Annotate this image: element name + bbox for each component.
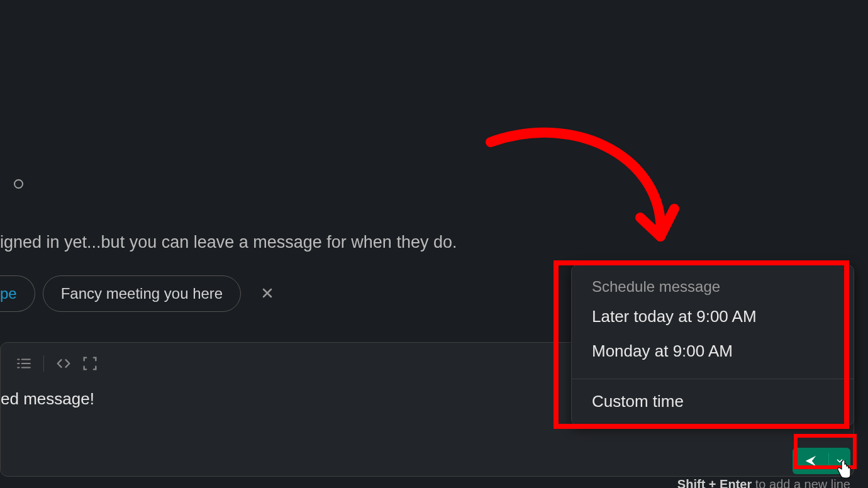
code-icon[interactable] [53, 353, 74, 374]
hint-text: to add a new line [752, 477, 850, 488]
empty-state-text: igned in yet...but you can leave a messa… [0, 233, 457, 252]
suggestion-row: pe Fancy meeting you here [0, 275, 280, 312]
send-button-group [793, 448, 850, 474]
chevron-down-icon [835, 457, 844, 465]
code-block-icon[interactable] [79, 353, 101, 374]
close-icon [261, 287, 274, 299]
send-options-button[interactable] [829, 457, 850, 465]
schedule-option-later-today[interactable]: Later today at 9:00 AM [572, 299, 854, 334]
dismiss-suggestions-button[interactable] [255, 280, 280, 308]
send-button[interactable] [793, 454, 828, 468]
schedule-message-menu: Schedule message Later today at 9:00 AM … [571, 265, 854, 426]
suggestion-pill[interactable]: Fancy meeting you here [43, 275, 241, 312]
shortcut-hint: Shift + Enter to add a new line [677, 477, 850, 488]
indent-list-icon[interactable] [13, 353, 35, 374]
schedule-option-custom[interactable]: Custom time [572, 379, 854, 425]
toolbar-separator [43, 355, 44, 372]
hint-keys: Shift + Enter [677, 477, 752, 488]
presence-away-icon [14, 179, 23, 189]
send-icon [804, 454, 818, 468]
annotation-arrow [478, 123, 692, 262]
suggestion-pill-partial[interactable]: pe [0, 275, 35, 312]
schedule-menu-header: Schedule message [572, 265, 854, 299]
schedule-option-monday[interactable]: Monday at 9:00 AM [572, 334, 854, 369]
